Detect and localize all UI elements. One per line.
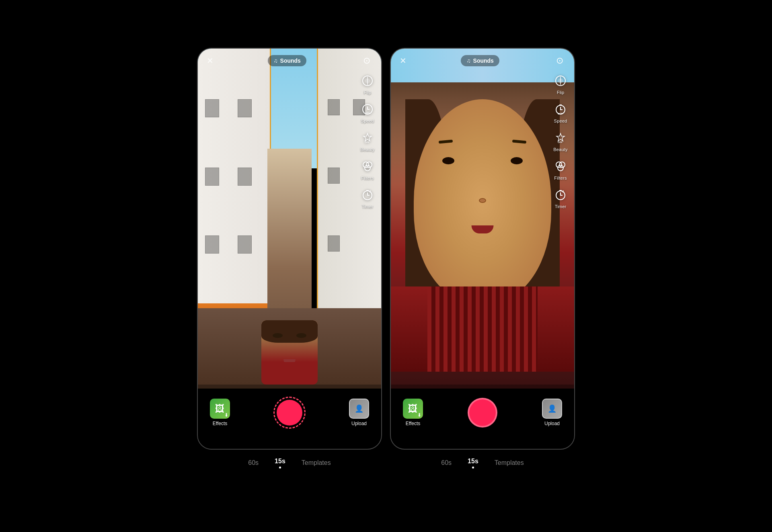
beauty-control-left[interactable]: OFF Beauty — [359, 130, 376, 152]
tab-dot-right — [472, 467, 474, 469]
bottom-bar-right: 🖼 Effects 👤 Upload — [391, 385, 574, 449]
tab-templates-left[interactable]: Templates — [302, 459, 331, 467]
flip-control-right[interactable]: Flip — [552, 73, 569, 95]
close-icon-left: ✕ — [207, 56, 214, 65]
sounds-button-left[interactable]: ♫ Sounds — [268, 55, 306, 66]
camera-flip-top-left[interactable]: ⊙ — [359, 53, 375, 69]
camera-view-left: ✕ ♫ Sounds ⊙ — [198, 49, 381, 449]
speed-icon-left: OFF — [359, 101, 376, 117]
sounds-label-left: Sounds — [280, 57, 301, 64]
right-controls-left: Flip OFF Speed — [359, 73, 376, 209]
speed-label-right: Speed — [554, 119, 567, 123]
tab-15s-right[interactable]: 15s — [468, 458, 478, 469]
bottom-controls-left: 🖼 Effects 👤 Upload — [210, 397, 369, 437]
flip-label-right: Flip — [557, 90, 565, 95]
tab-60s-left[interactable]: 60s — [248, 459, 259, 467]
camera-view-right: ✕ ♫ Sounds ⊙ — [391, 49, 574, 449]
timer-control-left[interactable]: 3 Timer — [359, 187, 376, 209]
beauty-icon-right: OFF — [552, 130, 569, 146]
record-button-left[interactable] — [273, 397, 306, 429]
filters-icon-right — [552, 158, 569, 174]
phone-right-wrapper: ✕ ♫ Sounds ⊙ — [390, 48, 575, 469]
upload-button-left[interactable]: 👤 Upload — [349, 399, 369, 426]
beauty-icon-left: OFF — [359, 130, 376, 146]
music-icon-left: ♫ — [273, 57, 278, 64]
beauty-control-right[interactable]: OFF Beauty — [552, 130, 569, 152]
tab-templates-right[interactable]: Templates — [495, 459, 524, 467]
tab-15s-left[interactable]: 15s — [275, 458, 285, 469]
timer-label-right: Timer — [555, 204, 567, 209]
filters-control-right[interactable]: Filters — [552, 158, 569, 180]
upload-label-left: Upload — [351, 421, 367, 426]
effects-icon-right: 🖼 — [403, 399, 423, 419]
svg-point-23 — [558, 165, 563, 171]
svg-text:OFF: OFF — [558, 113, 563, 115]
tab-60s-right[interactable]: 60s — [441, 459, 452, 467]
camera-icon-right: ⊙ — [556, 55, 563, 66]
effects-button-right[interactable]: 🖼 Effects — [403, 399, 423, 426]
phone-left-wrapper: ✕ ♫ Sounds ⊙ — [197, 48, 382, 469]
close-button-left[interactable]: ✕ — [204, 55, 216, 66]
svg-point-9 — [365, 165, 370, 171]
bottom-bar-left: 🖼 Effects 👤 Upload — [198, 385, 381, 449]
timer-icon-left: 3 — [359, 187, 376, 203]
top-bar-left: ✕ ♫ Sounds ⊙ — [198, 49, 381, 73]
record-button-right[interactable] — [468, 398, 497, 428]
effects-icon-left: 🖼 — [210, 399, 230, 419]
flip-icon-left — [359, 73, 376, 89]
selfie-face-left — [261, 320, 318, 385]
right-controls-right: Flip OFF Speed — [552, 73, 569, 209]
speed-label-left: Speed — [361, 119, 374, 123]
svg-text:OFF: OFF — [365, 141, 370, 143]
upload-icon-left: 👤 — [349, 399, 369, 419]
tab-dot-left — [279, 467, 281, 469]
zoomed-face-right — [391, 49, 574, 389]
flip-icon-right — [552, 73, 569, 89]
filters-label-left: Filters — [361, 176, 374, 180]
top-bar-right: ✕ ♫ Sounds ⊙ — [391, 49, 574, 73]
camera-flip-top-right[interactable]: ⊙ — [552, 53, 568, 69]
tab-bar-right: 60s 15s Templates — [441, 458, 524, 469]
sounds-button-right[interactable]: ♫ Sounds — [461, 55, 499, 66]
upload-label-right: Upload — [544, 421, 560, 426]
flip-label-left: Flip — [364, 90, 372, 95]
upload-image-icon-left: 👤 — [355, 404, 363, 413]
close-icon-right: ✕ — [400, 56, 407, 65]
effects-image-icon-left: 🖼 — [215, 403, 225, 414]
upload-icon-right: 👤 — [542, 399, 562, 419]
speed-control-right[interactable]: OFF Speed — [552, 101, 569, 123]
upload-image-icon-right: 👤 — [548, 404, 556, 413]
flip-control-left[interactable]: Flip — [359, 73, 376, 95]
record-inner-left — [277, 400, 302, 426]
screens-container: ✕ ♫ Sounds ⊙ — [197, 48, 575, 485]
timer-icon-right: 3 — [552, 187, 569, 203]
svg-text:3: 3 — [562, 190, 564, 193]
filters-label-right: Filters — [554, 176, 567, 180]
timer-control-right[interactable]: 3 Timer — [552, 187, 569, 209]
speed-icon-right: OFF — [552, 101, 569, 117]
svg-text:OFF: OFF — [365, 112, 370, 114]
timer-label-left: Timer — [362, 204, 374, 209]
effects-button-left[interactable]: 🖼 Effects — [210, 399, 230, 426]
sounds-label-right: Sounds — [473, 57, 494, 64]
svg-marker-5 — [363, 133, 372, 141]
tab-bar-left: 60s 15s Templates — [248, 458, 331, 469]
music-icon-right: ♫ — [466, 57, 471, 64]
effects-label-right: Effects — [406, 421, 420, 426]
upload-button-right[interactable]: 👤 Upload — [542, 399, 562, 426]
effects-label-left: Effects — [213, 421, 227, 426]
close-button-right[interactable]: ✕ — [397, 55, 409, 66]
beauty-label-right: Beauty — [553, 147, 567, 152]
phone-right: ✕ ♫ Sounds ⊙ — [390, 48, 575, 450]
bottom-controls-right: 🖼 Effects 👤 Upload — [403, 398, 562, 436]
shirt-right — [391, 286, 574, 372]
svg-marker-19 — [556, 133, 565, 141]
phone-left: ✕ ♫ Sounds ⊙ — [197, 48, 382, 450]
camera-icon-left: ⊙ — [363, 55, 370, 66]
filters-control-left[interactable]: Filters — [359, 158, 376, 180]
beauty-label-left: Beauty — [360, 147, 374, 152]
svg-text:3: 3 — [369, 190, 371, 193]
svg-text:OFF: OFF — [558, 141, 563, 143]
speed-control-left[interactable]: OFF Speed — [359, 101, 376, 123]
filters-icon-left — [359, 158, 376, 174]
